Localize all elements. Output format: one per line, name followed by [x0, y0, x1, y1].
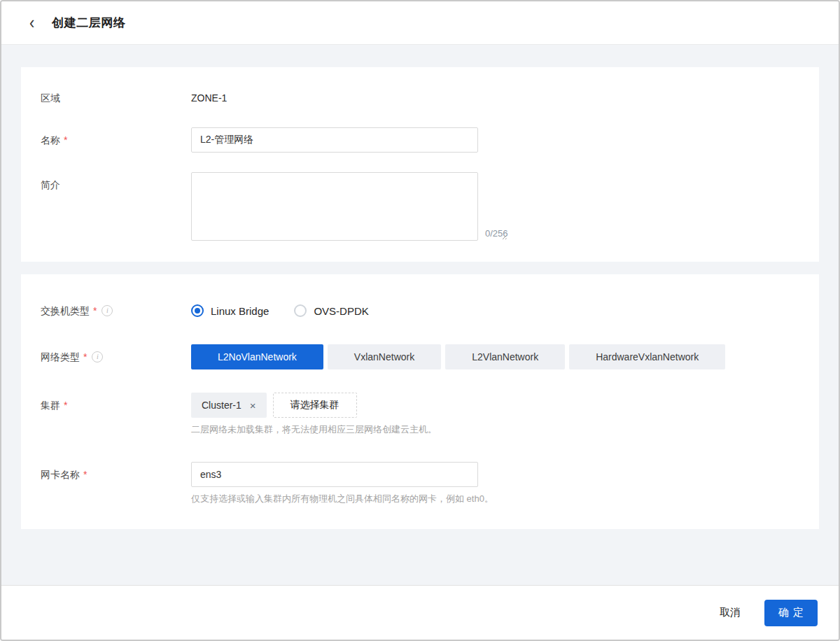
tab-l2vlannetwork[interactable]: L2VlanNetwork: [445, 344, 565, 369]
network-type-label-text: 网络类型: [41, 344, 80, 369]
radio-unselected-icon: [294, 304, 307, 317]
network-type-tabs: L2NoVlanNetwork VxlanNetwork L2VlanNetwo…: [191, 344, 729, 369]
nic-field: 仅支持选择或输入集群内所有物理机之间具体相同名称的网卡，例如 eth0。: [191, 462, 493, 505]
network-config-card: 交换机类型 * i Linux Bridge OVS-DPDK: [21, 274, 819, 529]
nic-name-label: 网卡名称 *: [41, 462, 191, 487]
required-asterisk: *: [64, 127, 67, 153]
nic-name-input[interactable]: [191, 462, 478, 487]
name-input[interactable]: [191, 127, 478, 153]
description-label-text: 简介: [41, 172, 60, 197]
description-textarea[interactable]: [191, 172, 478, 241]
cluster-tag-label: Cluster-1: [202, 400, 241, 411]
name-label-text: 名称: [41, 127, 60, 153]
back-icon[interactable]: ‹: [29, 14, 34, 31]
network-type-label: 网络类型 * i: [41, 344, 191, 369]
page-header: ‹ 创建二层网络: [1, 1, 839, 45]
required-asterisk: *: [83, 344, 87, 369]
switch-type-label: 交换机类型 * i: [41, 298, 191, 323]
cancel-button[interactable]: 取消: [717, 602, 743, 624]
cluster-label: 集群 *: [41, 393, 191, 418]
description-row: 简介 0/256: [41, 172, 799, 241]
tab-hardwarevxlannetwork[interactable]: HardwareVxlanNetwork: [569, 344, 725, 369]
nic-name-label-text: 网卡名称: [41, 462, 80, 487]
description-textarea-wrap: 0/256: [191, 172, 508, 241]
nic-name-row: 网卡名称 * 仅支持选择或输入集群内所有物理机之间具体相同名称的网卡，例如 et…: [41, 462, 799, 505]
radio-linux-bridge[interactable]: Linux Bridge: [191, 304, 269, 317]
cluster-label-text: 集群: [41, 393, 60, 418]
switch-type-row: 交换机类型 * i Linux Bridge OVS-DPDK: [41, 298, 799, 323]
tab-l2novlannetwork[interactable]: L2NoVlanNetwork: [191, 344, 323, 369]
name-label: 名称 *: [41, 127, 191, 153]
cluster-row: 集群 * Cluster-1 × 请选择集群 二层网络未加载集群，将无法使用相应…: [41, 393, 799, 436]
radio-label: Linux Bridge: [211, 305, 269, 317]
radio-label: OVS-DPDK: [314, 305, 368, 317]
zone-value: ZONE-1: [191, 85, 227, 111]
nic-hint: 仅支持选择或输入集群内所有物理机之间具体相同名称的网卡，例如 eth0。: [191, 493, 493, 505]
cluster-hint: 二层网络未加载集群，将无法使用相应三层网络创建云主机。: [191, 423, 437, 436]
info-icon[interactable]: i: [102, 305, 113, 316]
confirm-button-label: 确定: [778, 606, 808, 619]
page-title: 创建二层网络: [52, 15, 125, 31]
create-l2-network-page: ‹ 创建二层网络 区域 ZONE-1 名称 * 简介: [0, 0, 840, 641]
cluster-selection: Cluster-1 × 请选择集群: [191, 393, 437, 418]
confirm-button[interactable]: 确定: [764, 600, 818, 626]
char-counter: 0/256: [485, 228, 508, 239]
cluster-field: Cluster-1 × 请选择集群 二层网络未加载集群，将无法使用相应三层网络创…: [191, 393, 437, 436]
page-footer: 取消 确定: [1, 585, 839, 640]
required-asterisk: *: [64, 393, 67, 418]
tab-vxlannetwork[interactable]: VxlanNetwork: [328, 344, 441, 369]
radio-selected-icon: [191, 304, 204, 317]
page-body: 区域 ZONE-1 名称 * 简介 0/256: [1, 45, 839, 585]
switch-type-label-text: 交换机类型: [41, 298, 90, 323]
name-row: 名称 *: [41, 127, 799, 153]
required-asterisk: *: [93, 298, 97, 323]
switch-type-radio-group: Linux Bridge OVS-DPDK: [191, 298, 394, 323]
select-cluster-button[interactable]: 请选择集群: [273, 393, 357, 418]
zone-row: 区域 ZONE-1: [41, 85, 799, 111]
required-asterisk: *: [83, 462, 87, 487]
cluster-tag: Cluster-1 ×: [191, 393, 267, 418]
info-icon[interactable]: i: [92, 351, 103, 362]
remove-tag-icon[interactable]: ×: [250, 400, 256, 411]
radio-ovs-dpdk[interactable]: OVS-DPDK: [294, 304, 368, 317]
basic-info-card: 区域 ZONE-1 名称 * 简介 0/256: [21, 67, 819, 262]
network-type-row: 网络类型 * i L2NoVlanNetwork VxlanNetwork L2…: [41, 344, 799, 369]
zone-label-text: 区域: [41, 85, 60, 111]
description-label: 简介: [41, 172, 191, 197]
zone-label: 区域: [41, 85, 191, 111]
